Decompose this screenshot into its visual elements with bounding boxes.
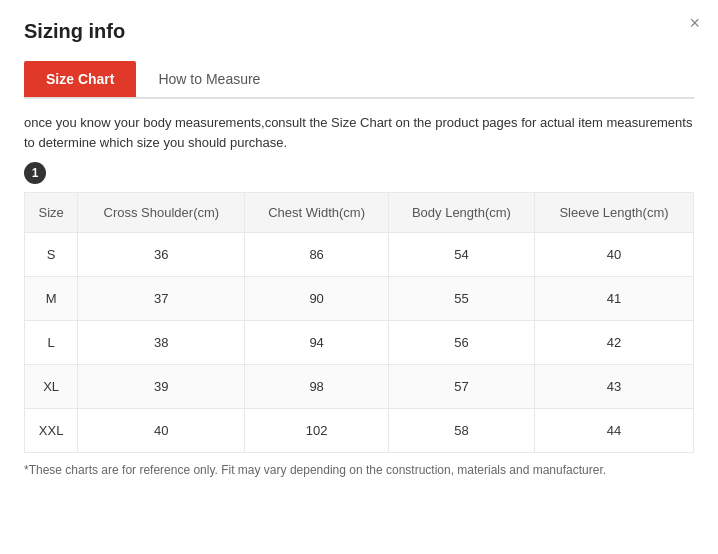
table-header-row: SizeCross Shoulder(cm)Chest Width(cm)Bod… [25,193,694,233]
table-cell: 55 [388,277,534,321]
table-cell: 56 [388,321,534,365]
table-cell: 37 [78,277,245,321]
step-badge: 1 [24,162,46,184]
tab-size-chart[interactable]: Size Chart [24,61,136,97]
table-row: XXL401025844 [25,409,694,453]
table-row: XL39985743 [25,365,694,409]
table-cell: 36 [78,233,245,277]
tab-bar: Size Chart How to Measure [24,61,694,99]
table-cell: 38 [78,321,245,365]
table-header-cell: Chest Width(cm) [245,193,388,233]
table-header-cell: Sleeve Length(cm) [535,193,694,233]
tab-how-to-measure[interactable]: How to Measure [136,61,282,97]
table-cell: 94 [245,321,388,365]
table-row: L38945642 [25,321,694,365]
table-cell: 98 [245,365,388,409]
table-cell: 54 [388,233,534,277]
table-cell: 41 [535,277,694,321]
table-cell: 44 [535,409,694,453]
close-button[interactable]: × [689,14,700,32]
table-cell: 90 [245,277,388,321]
size-table: SizeCross Shoulder(cm)Chest Width(cm)Bod… [24,192,694,453]
modal-container: Sizing info × Size Chart How to Measure … [0,0,718,554]
table-cell: 58 [388,409,534,453]
description-text: once you know your body measurements,con… [24,113,694,152]
table-cell: 43 [535,365,694,409]
table-cell: M [25,277,78,321]
table-cell: 102 [245,409,388,453]
modal-title: Sizing info [24,20,694,43]
table-row: M37905541 [25,277,694,321]
table-header-cell: Size [25,193,78,233]
table-cell: 40 [535,233,694,277]
table-cell: 57 [388,365,534,409]
table-cell: 42 [535,321,694,365]
table-row: S36865440 [25,233,694,277]
table-cell: 86 [245,233,388,277]
table-cell: L [25,321,78,365]
table-cell: 39 [78,365,245,409]
table-cell: XL [25,365,78,409]
footer-note: *These charts are for reference only. Fi… [24,463,694,477]
table-body: S36865440M37905541L38945642XL39985743XXL… [25,233,694,453]
table-cell: XXL [25,409,78,453]
table-header-cell: Cross Shoulder(cm) [78,193,245,233]
table-header-cell: Body Length(cm) [388,193,534,233]
table-cell: 40 [78,409,245,453]
table-cell: S [25,233,78,277]
